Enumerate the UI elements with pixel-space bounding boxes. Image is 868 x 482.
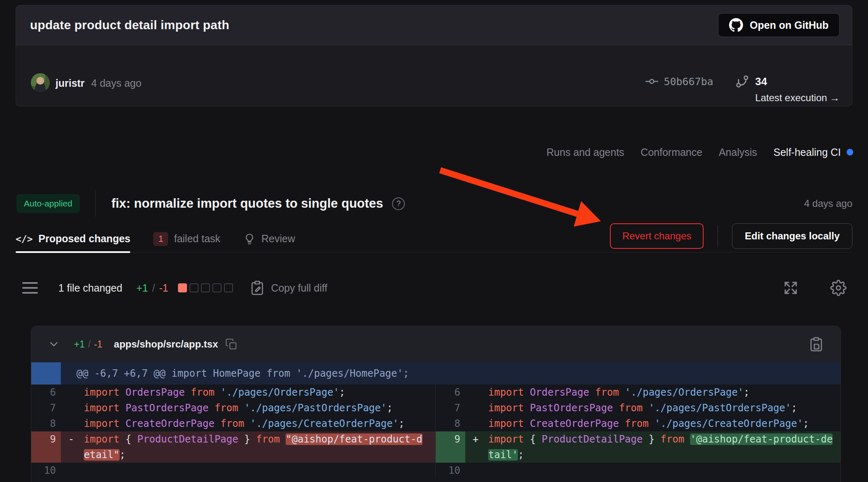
- hunk-header-row: @@ -6,7 +6,7 @@ import HomePage from './…: [31, 362, 840, 385]
- commit-author-row: juristr 4 days ago: [55, 77, 141, 89]
- commit-author: juristr: [55, 77, 85, 89]
- git-commit-icon: [645, 74, 659, 88]
- commit-hash: 50b667ba: [664, 76, 713, 88]
- tab-failed-task[interactable]: 1 failed task: [153, 225, 220, 252]
- nav-item-self-healing-ci[interactable]: Self-healing CI: [773, 146, 841, 158]
- diff-row: 9-import { ProductDetailPage } from "@ai…: [31, 431, 435, 463]
- diff-row: 8import CreateOrderPage from './pages/Cr…: [31, 416, 435, 431]
- commit-hash-group[interactable]: 50b667ba: [645, 72, 713, 91]
- additions-stat: +1: [136, 282, 148, 294]
- code-line: import { ProductDetailPage } from '@aish…: [488, 431, 840, 463]
- diff-marker: -: [61, 431, 84, 463]
- commit-meta: 50b667ba 34 Latest execution →: [645, 72, 840, 104]
- diff-row: 9+import { ProductDetailPage } from '@ai…: [436, 431, 840, 463]
- diff-marker: [61, 400, 84, 416]
- diff-pane-old: 6import OrdersPage from './pages/OrdersP…: [31, 385, 435, 478]
- toolbar-right: [783, 280, 852, 296]
- fix-header-row: Auto-applied fix: normalize import quote…: [16, 190, 852, 217]
- line-number: 7: [436, 400, 465, 416]
- file-stat-separator: /: [88, 339, 90, 350]
- failed-count-badge: 1: [153, 232, 168, 246]
- tab-review[interactable]: Review: [243, 225, 295, 252]
- hunk-gutter: [31, 362, 61, 385]
- copy-full-diff-button[interactable]: Copy full diff: [249, 280, 327, 296]
- diff-marker: [465, 463, 488, 478]
- line-number: 6: [31, 385, 61, 400]
- divider: [95, 190, 96, 217]
- execution-group: 34 Latest execution →: [735, 72, 840, 104]
- chevron-down-icon[interactable]: [48, 338, 60, 350]
- tab-review-label: Review: [261, 233, 295, 245]
- fix-title: fix: normalize import quotes to single q…: [111, 196, 383, 211]
- auto-applied-badge: Auto-applied: [16, 194, 80, 213]
- diff-toolbar: 1 file changed +1 / -1 Copy full diff: [16, 273, 852, 303]
- line-number: 9: [436, 431, 465, 463]
- code-line: import { ProductDetailPage } from "@aish…: [84, 431, 435, 463]
- code-line: import CreateOrderPage from './pages/Cre…: [488, 416, 840, 431]
- diff-row: 8import CreateOrderPage from './pages/Cr…: [436, 416, 840, 431]
- fix-time: 4 days ago: [804, 198, 852, 209]
- diff-marker: [465, 400, 488, 416]
- top-nav: Runs and agents Conformance Analysis Sel…: [547, 142, 853, 162]
- diff-row: 7import PastOrdersPage from './pages/Pas…: [31, 400, 435, 416]
- commit-info-card: juristr 4 days ago 50b667ba 34 Latest ex…: [16, 45, 852, 107]
- copy-full-diff-label: Copy full diff: [271, 282, 327, 294]
- code-line: import PastOrdersPage from './pages/Past…: [84, 400, 435, 416]
- nav-item-analysis[interactable]: Analysis: [719, 146, 757, 158]
- code-line: import OrdersPage from './pages/OrdersPa…: [488, 385, 840, 400]
- copy-file-diff-icon[interactable]: [808, 336, 824, 352]
- code-icon: </>: [16, 234, 33, 244]
- line-number: 8: [31, 416, 61, 431]
- diff-row: 10: [31, 463, 435, 478]
- line-number: 10: [436, 463, 465, 478]
- latest-execution-link[interactable]: Latest execution →: [755, 92, 840, 104]
- diff-file-card: +1 / -1 apps/shop/src/app.tsx @@ -6,7 +6…: [31, 326, 841, 482]
- tab-proposed-changes[interactable]: </> Proposed changes: [16, 225, 130, 252]
- file-additions: +1: [74, 339, 85, 350]
- line-number: 8: [436, 416, 465, 431]
- avatar: [31, 73, 50, 92]
- code-line: import CreateOrderPage from './pages/Cre…: [84, 416, 435, 431]
- files-changed-label: 1 file changed: [58, 282, 122, 294]
- diff-marker: +: [465, 431, 488, 463]
- code-line: [84, 463, 435, 478]
- change-ratio-squares: [178, 283, 233, 292]
- commit-header-card: update product detail import path Open o…: [16, 5, 852, 45]
- execution-count: 34: [755, 75, 767, 88]
- diff-row: 7import PastOrdersPage from './pages/Pas…: [436, 400, 840, 416]
- revert-changes-button[interactable]: Revert changes: [610, 223, 704, 249]
- commit-time: 4 days ago: [91, 77, 141, 89]
- divider: [718, 225, 718, 247]
- edit-changes-locally-button[interactable]: Edit changes locally: [732, 223, 852, 249]
- help-icon[interactable]: ?: [392, 197, 405, 210]
- file-list-menu-icon[interactable]: [22, 282, 38, 294]
- page-title: update product detail import path: [30, 18, 229, 32]
- open-on-github-label: Open on GitHub: [750, 19, 829, 31]
- open-on-github-button[interactable]: Open on GitHub: [718, 13, 840, 37]
- nav-item-runs-and-agents[interactable]: Runs and agents: [547, 146, 624, 158]
- nav-item-conformance[interactable]: Conformance: [641, 146, 702, 158]
- diff-marker: [465, 385, 488, 400]
- self-healing-ci-page: update product detail import path Open o…: [0, 0, 868, 482]
- diff-marker: [465, 416, 488, 431]
- notification-dot: [847, 149, 853, 155]
- diff-row: 10: [436, 463, 840, 478]
- diff-file-header: +1 / -1 apps/shop/src/app.tsx: [31, 326, 840, 362]
- deletions-stat: -1: [159, 282, 168, 294]
- diff-marker: [61, 385, 84, 400]
- code-line: import OrdersPage from './pages/OrdersPa…: [84, 385, 435, 400]
- settings-gear-icon[interactable]: [830, 280, 847, 296]
- hunk-header-text: @@ -6,7 +6,7 @@ import HomePage from './…: [61, 362, 409, 385]
- tab-failed-task-label: failed task: [174, 233, 220, 245]
- copy-filename-icon[interactable]: [225, 338, 238, 350]
- line-number: 7: [31, 400, 61, 416]
- code-line: [488, 463, 840, 478]
- diff-panes: 6import OrdersPage from './pages/OrdersP…: [31, 385, 840, 478]
- lightbulb-icon: [243, 233, 256, 245]
- github-icon: [729, 18, 743, 32]
- tabs-row: </> Proposed changes 1 failed task Revie…: [16, 225, 852, 253]
- clipboard-pen-icon: [249, 280, 265, 296]
- line-number: 9: [31, 431, 61, 463]
- diff-row: 6import OrdersPage from './pages/OrdersP…: [436, 385, 840, 400]
- fullscreen-icon[interactable]: [783, 280, 799, 296]
